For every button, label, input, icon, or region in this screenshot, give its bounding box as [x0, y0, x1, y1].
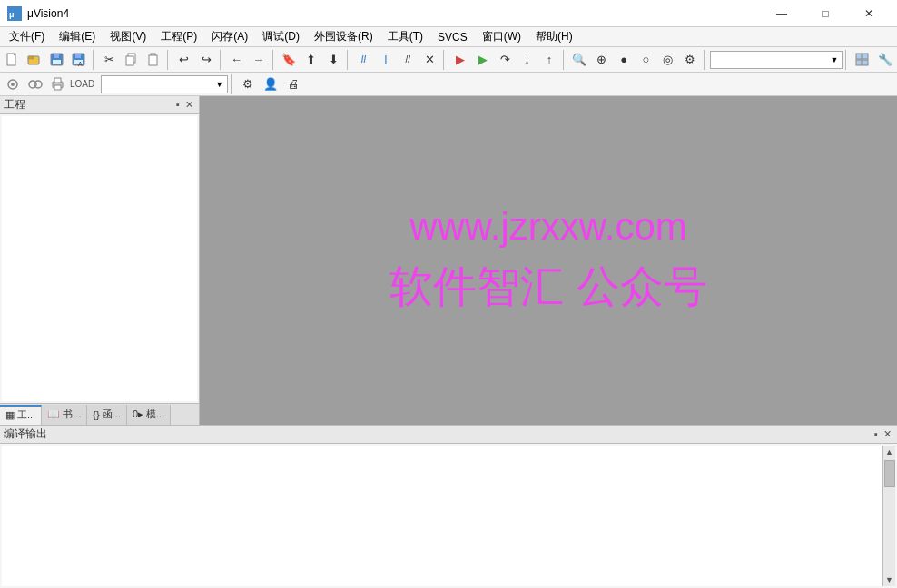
left-panel-pin-button[interactable]: ▪	[174, 99, 182, 111]
grid-view-button[interactable]	[852, 50, 872, 70]
menu-peripheral[interactable]: 外围设备(R)	[307, 27, 380, 46]
output-panel-close-button[interactable]: ✕	[882, 428, 893, 440]
tab-project-label: 工...	[17, 408, 35, 422]
tab-books[interactable]: 📖 书...	[42, 405, 87, 425]
group1-button[interactable]	[25, 74, 46, 94]
menu-project[interactable]: 工程(P)	[153, 27, 204, 46]
tab-functions-icon: {}	[93, 409, 99, 420]
tool-settings-button[interactable]: ⚙	[237, 74, 259, 94]
step-out-button[interactable]: ↑	[538, 50, 559, 70]
build-all-button[interactable]: //	[353, 50, 374, 70]
dropdown-arrow-icon: ▼	[831, 55, 839, 64]
scroll-thumb-v[interactable]	[884, 460, 895, 487]
tool-person-button[interactable]: 👤	[260, 74, 281, 94]
settings-button[interactable]: ⚙	[680, 50, 701, 70]
build-button[interactable]: |	[375, 50, 396, 70]
left-panel: 工程 ▪ ✕ ▦ 工... 📖 书... {} 函...	[0, 96, 200, 425]
scroll-up-arrow-icon[interactable]: ▲	[883, 446, 895, 458]
run-button[interactable]: ▶	[472, 50, 493, 70]
minimize-button[interactable]: —	[761, 0, 803, 27]
svg-point-25	[34, 81, 42, 88]
load-label: LOAD	[70, 79, 94, 89]
tab-models[interactable]: 0▸ 模...	[127, 405, 171, 425]
scroll-down-arrow-icon[interactable]: ▼	[883, 573, 895, 586]
svg-rect-21	[862, 60, 868, 65]
toolbar2-dropdown[interactable]: ▼	[101, 75, 228, 93]
tab-functions-label: 函...	[103, 407, 121, 421]
svg-text:A: A	[78, 61, 83, 67]
step-into-button[interactable]: ↓	[517, 50, 537, 70]
search-button[interactable]: 🔍	[569, 50, 590, 70]
bookmark-prev-button[interactable]: ⬆	[301, 50, 321, 70]
app-title: μVision4	[27, 7, 69, 20]
menu-tools[interactable]: 工具(T)	[380, 27, 430, 46]
left-panel-title: 工程	[4, 97, 25, 113]
left-panel-tabs: ▦ 工... 📖 书... {} 函... 0▸ 模...	[0, 403, 199, 425]
rebuild-button[interactable]: //	[398, 50, 419, 70]
nav-back-button[interactable]: ←	[226, 50, 247, 70]
new-button[interactable]	[2, 50, 23, 70]
tab-project-icon: ▦	[5, 409, 15, 421]
circle2-button[interactable]: ○	[636, 50, 656, 70]
menu-window[interactable]: 窗口(W)	[475, 27, 528, 46]
cut-button[interactable]: ✂	[99, 50, 120, 70]
zoom-in-button[interactable]: ⊕	[591, 50, 612, 70]
separator1	[93, 50, 96, 70]
output-panel-pin-button[interactable]: ▪	[872, 428, 880, 440]
toolbar1: A ✂ ↩ ↪ ← → 🔖 ⬆ ⬇ // | // ✕ ▶ ▶ ↷ ↓ ↑ 🔍 …	[0, 47, 897, 73]
main-area: 工程 ▪ ✕ ▦ 工... 📖 书... {} 函...	[0, 96, 897, 588]
copy-button[interactable]	[121, 50, 142, 70]
menu-svcs[interactable]: SVCS	[430, 27, 475, 46]
circle1-button[interactable]: ●	[613, 50, 634, 70]
menu-debug[interactable]: 调试(D)	[255, 27, 307, 46]
separator2	[167, 50, 171, 70]
bookmark-next-button[interactable]: ⬇	[322, 50, 343, 70]
svg-rect-27	[54, 78, 61, 83]
left-panel-controls: ▪ ✕	[174, 99, 195, 111]
stop-build-button[interactable]: ✕	[419, 50, 440, 70]
title-controls: — □ ✕	[761, 0, 890, 27]
svg-rect-15	[126, 56, 133, 65]
redo-button[interactable]: ↪	[195, 50, 216, 70]
print-button[interactable]	[47, 74, 69, 94]
separator9	[845, 50, 849, 70]
step-over-button[interactable]: ↷	[494, 50, 515, 70]
output-controls: ▪ ✕	[872, 428, 893, 440]
wrench-button[interactable]: 🔧	[874, 50, 895, 70]
separator10	[231, 74, 234, 94]
paste-button[interactable]	[143, 50, 164, 70]
start-debug-button[interactable]: ▶	[449, 50, 470, 70]
output-panel-header: 编译输出 ▪ ✕	[0, 426, 897, 444]
bookmark-button[interactable]: 🔖	[279, 50, 300, 70]
circle3-button[interactable]: ◎	[657, 50, 678, 70]
maximize-button[interactable]: □	[804, 0, 846, 27]
svg-rect-9	[53, 60, 61, 64]
svg-text:μ: μ	[9, 10, 15, 19]
menu-bar: 文件(F) 编辑(E) 视图(V) 工程(P) 闪存(A) 调试(D) 外围设备…	[0, 27, 897, 47]
output-scrollbar-v[interactable]: ▲ ▼	[882, 446, 895, 586]
settings2-button[interactable]	[2, 74, 24, 94]
svg-rect-20	[856, 60, 862, 65]
tab-functions[interactable]: {} 函...	[87, 405, 127, 425]
watermark: www.jzrxxw.com 软件智汇 公众号	[389, 205, 706, 316]
saveas-button[interactable]: A	[68, 50, 89, 70]
menu-flash[interactable]: 闪存(A)	[204, 27, 255, 46]
nav-forward-button[interactable]: →	[248, 50, 269, 70]
left-panel-close-button[interactable]: ✕	[183, 99, 195, 111]
menu-view[interactable]: 视图(V)	[103, 27, 153, 46]
tab-project[interactable]: ▦ 工...	[0, 405, 42, 425]
watermark-url: www.jzrxxw.com	[389, 205, 706, 249]
menu-file[interactable]: 文件(F)	[2, 27, 52, 46]
menu-edit[interactable]: 编辑(E)	[52, 27, 103, 46]
undo-button[interactable]: ↩	[173, 50, 194, 70]
tool-print2-button[interactable]: 🖨	[282, 74, 304, 94]
menu-help[interactable]: 帮助(H)	[528, 27, 580, 46]
separator5	[347, 50, 350, 70]
tab-books-label: 书...	[63, 407, 81, 421]
toolbar-dropdown[interactable]: ▼	[710, 51, 843, 69]
editor-area[interactable]: www.jzrxxw.com 软件智汇 公众号	[200, 96, 897, 425]
open-button[interactable]	[24, 50, 44, 70]
svg-rect-18	[856, 54, 862, 59]
close-button[interactable]: ✕	[848, 0, 890, 27]
save-button[interactable]	[46, 50, 67, 70]
